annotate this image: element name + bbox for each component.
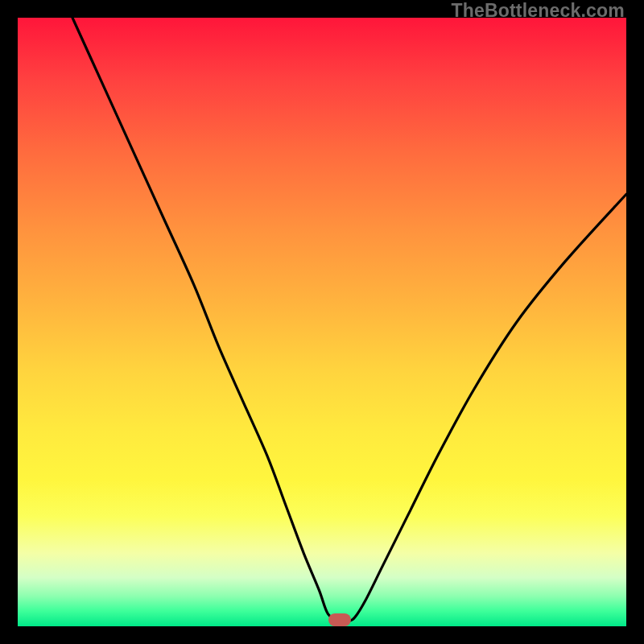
watermark-text: TheBottleneck.com	[451, 0, 625, 22]
bottleneck-curve	[18, 18, 626, 626]
optimal-marker	[328, 613, 351, 626]
